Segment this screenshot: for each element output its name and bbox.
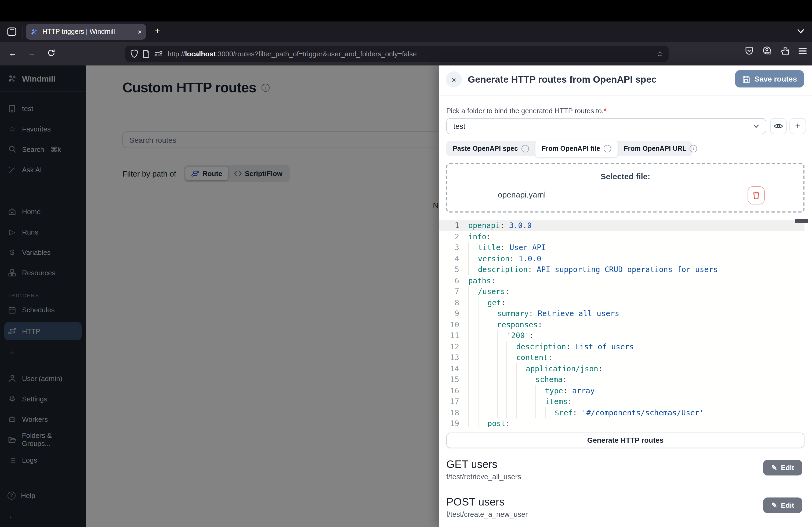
selected-file-box: Selected file: openapi.yaml xyxy=(446,163,804,212)
code-line: 5description: API supporting CRUD operat… xyxy=(439,264,804,275)
code-line: 17items: xyxy=(439,396,804,407)
code-line: 7/users: xyxy=(439,286,804,297)
info-icon[interactable]: i xyxy=(521,145,529,152)
tab-separator xyxy=(23,26,23,37)
pencil-icon: ✎ xyxy=(771,464,777,472)
code-line: 11'200': xyxy=(439,330,804,341)
page-info-icon[interactable] xyxy=(143,50,149,58)
chevron-down-icon xyxy=(753,123,759,129)
generate-http-routes-button[interactable]: Generate HTTP routes xyxy=(446,433,804,448)
account-icon[interactable] xyxy=(763,46,772,55)
edit-route-button[interactable]: ✎ Edit xyxy=(763,497,802,513)
route-name: POST users xyxy=(446,496,804,508)
code-lines: 1openapi: 3.0.02info:3title: User API4ve… xyxy=(439,220,804,427)
selected-file-name: openapi.yaml xyxy=(498,190,546,199)
code-line: 4version: 1.0.0 xyxy=(439,253,804,264)
preview-folder-button[interactable] xyxy=(770,118,787,134)
info-icon[interactable]: i xyxy=(690,145,697,152)
window-top-strip xyxy=(0,0,812,21)
code-line: 16type: array xyxy=(439,385,804,396)
reload-icon[interactable] xyxy=(47,49,55,57)
folder-label: Pick a folder to bind the generated HTTP… xyxy=(446,107,606,115)
add-folder-button[interactable]: + xyxy=(789,118,806,134)
browser-nav-bar: ← → http://l xyxy=(0,42,812,65)
code-line: 10responses: xyxy=(439,319,804,330)
code-line: 15schema: xyxy=(439,374,804,385)
url-bar[interactable]: http://localhost:3000/routes?filter_path… xyxy=(125,46,669,62)
tab-paste-openapi-spec[interactable]: Paste OpenAPI spec i xyxy=(446,141,535,156)
screen: HTTP triggers | Windmill × + ← → xyxy=(0,0,812,527)
code-line: 13content: xyxy=(439,352,804,363)
selected-file-label: Selected file: xyxy=(447,172,803,181)
editor-scrollbar[interactable] xyxy=(795,219,808,223)
code-line: 18$ref: '#/components/schemas/User' xyxy=(439,407,804,418)
pocket-icon[interactable] xyxy=(745,46,753,55)
extensions-puzzle-icon[interactable] xyxy=(781,46,789,55)
required-asterisk: * xyxy=(604,107,606,115)
code-line: 1openapi: 3.0.0 xyxy=(439,220,804,231)
code-line: 9summary: Retrieve all users xyxy=(439,308,804,319)
new-tab-icon[interactable]: + xyxy=(155,26,160,36)
tab-from-openapi-file[interactable]: From OpenAPI file i xyxy=(535,140,617,157)
code-line: 6paths: xyxy=(439,275,804,286)
code-line: 19post: xyxy=(439,418,804,427)
route-row-get-users: GET users f/test/retrieve_all_users ✎ Ed… xyxy=(446,458,804,491)
eye-icon xyxy=(774,123,783,129)
remove-file-button[interactable] xyxy=(748,186,765,205)
forward-icon[interactable]: → xyxy=(28,48,36,57)
permissions-icon[interactable] xyxy=(154,50,163,57)
route-path: f/test/retrieve_all_users xyxy=(446,473,804,481)
browser-tab-bar: HTTP triggers | Windmill × + xyxy=(0,21,812,42)
code-line: 14application/json: xyxy=(439,363,804,374)
tab-title: HTTP triggers | Windmill xyxy=(42,28,134,35)
browser-tab[interactable]: HTTP triggers | Windmill × xyxy=(26,24,146,40)
route-path: f/test/create_a_new_user xyxy=(446,510,804,518)
nav-right-icons xyxy=(745,46,807,56)
route-name: GET users xyxy=(446,458,804,471)
windmill-favicon-icon xyxy=(30,28,38,36)
tab-close-icon[interactable]: × xyxy=(138,28,142,36)
bookmark-star-icon[interactable]: ☆ xyxy=(656,49,663,58)
shield-icon[interactable] xyxy=(130,49,138,58)
folder-select[interactable]: test xyxy=(446,118,766,134)
trash-icon xyxy=(752,191,760,200)
code-line: 12description: List of users xyxy=(439,341,804,352)
code-line: 2info: xyxy=(439,231,804,242)
close-icon[interactable]: × xyxy=(446,71,462,88)
code-line: 8get: xyxy=(439,297,804,308)
menu-hamburger-icon[interactable] xyxy=(799,46,807,56)
route-row-post-users: POST users f/test/create_a_new_user ✎ Ed… xyxy=(446,496,804,527)
code-line: 3title: User API xyxy=(439,242,804,253)
divider xyxy=(439,95,812,96)
openapi-drawer: × Generate HTTP routes from OpenAPI spec… xyxy=(439,65,812,527)
pencil-icon: ✎ xyxy=(771,501,777,509)
tab-from-openapi-url[interactable]: From OpenAPI URL i xyxy=(617,141,704,156)
info-icon[interactable]: i xyxy=(603,145,611,152)
back-icon[interactable]: ← xyxy=(9,48,17,57)
save-routes-button[interactable]: Save routes xyxy=(735,70,804,88)
source-tabs: Paste OpenAPI spec i From OpenAPI file i… xyxy=(446,141,692,156)
code-editor[interactable]: 1openapi: 3.0.02info:3title: User API4ve… xyxy=(439,220,804,427)
save-icon xyxy=(742,75,750,83)
drawer-title: Generate HTTP routes from OpenAPI spec xyxy=(468,74,656,85)
list-tabs-chevron-icon[interactable] xyxy=(797,27,804,35)
plus-icon: + xyxy=(795,121,800,132)
edit-route-button[interactable]: ✎ Edit xyxy=(763,460,802,476)
url-text[interactable]: http://localhost:3000/routes?filter_path… xyxy=(168,50,652,58)
firefox-view-icon[interactable] xyxy=(6,26,17,37)
